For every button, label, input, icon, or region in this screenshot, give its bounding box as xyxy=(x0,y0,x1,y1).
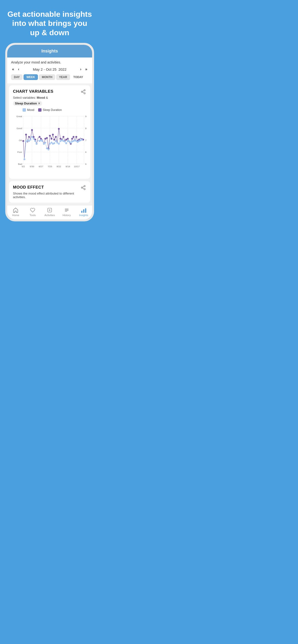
insights-body: Analyze your mood and activities. « ‹ Ma… xyxy=(7,58,92,205)
variable2-tag: Sleep Duration ✕ xyxy=(13,100,86,106)
svg-point-62 xyxy=(73,136,75,138)
svg-text:9/19: 9/19 xyxy=(66,165,70,168)
share-icon[interactable] xyxy=(81,89,86,95)
app-header-title: Insights xyxy=(11,49,88,54)
mood-effect-title: MOOD EFFECT xyxy=(13,185,44,190)
svg-text:Good: Good xyxy=(17,127,22,130)
svg-line-4 xyxy=(83,90,84,92)
variables-text: Select variables: Mood & xyxy=(13,96,86,100)
remove-variable2-button[interactable]: ✕ xyxy=(38,102,40,105)
home-label: Home xyxy=(12,214,19,216)
svg-text:9.00: 9.00 xyxy=(85,115,86,118)
sleep-legend-label: Sleep Duration xyxy=(43,108,62,112)
insights-icon xyxy=(80,207,87,213)
nav-tools[interactable]: Tools xyxy=(24,207,41,216)
mood-legend-dot xyxy=(23,108,26,112)
svg-point-109 xyxy=(81,187,83,188)
svg-point-77 xyxy=(36,143,38,145)
svg-text:5/2: 5/2 xyxy=(22,165,25,168)
svg-point-51 xyxy=(53,139,55,141)
period-tabs: DAY WEEK MONTH YEAR TODAY xyxy=(11,74,88,80)
mood-effect-share-icon[interactable] xyxy=(81,185,86,191)
insights-nav-label: Insights xyxy=(79,214,88,216)
svg-text:10/17: 10/17 xyxy=(74,165,80,168)
svg-point-83 xyxy=(46,147,48,149)
svg-point-0 xyxy=(84,90,85,91)
date-first-prev-button[interactable]: « xyxy=(11,66,15,72)
svg-text:5/30: 5/30 xyxy=(30,165,34,168)
period-year-button[interactable]: YEAR xyxy=(56,74,70,80)
home-icon xyxy=(12,207,19,213)
svg-point-50 xyxy=(52,134,54,136)
app-header: Insights xyxy=(7,45,92,58)
date-prev-button[interactable]: ‹ xyxy=(17,66,20,72)
svg-point-53 xyxy=(58,128,60,130)
svg-point-76 xyxy=(34,140,36,142)
svg-point-107 xyxy=(81,139,83,141)
variable2-label: Sleep Duration xyxy=(15,102,37,105)
bottom-nav: Home Tools Activities xyxy=(7,205,92,220)
svg-text:6/27: 6/27 xyxy=(39,165,43,168)
chart-header: CHART VARIABLES xyxy=(13,89,86,95)
svg-point-89 xyxy=(55,140,57,142)
svg-point-64 xyxy=(75,136,77,138)
svg-point-52 xyxy=(55,136,57,138)
svg-text:7.50: 7.50 xyxy=(85,139,86,142)
hero-title: Get actionable insights into what brings… xyxy=(0,0,99,43)
svg-point-74 xyxy=(31,136,33,138)
sleep-legend-dot xyxy=(38,108,42,112)
legend-sleep: Sleep Duration xyxy=(38,108,62,112)
svg-point-46 xyxy=(46,137,48,139)
svg-point-58 xyxy=(65,139,67,141)
mood-effect-header: MOOD EFFECT xyxy=(13,185,86,191)
svg-point-108 xyxy=(84,186,85,187)
svg-point-72 xyxy=(28,140,30,142)
svg-text:Great: Great xyxy=(16,115,22,118)
svg-point-2 xyxy=(84,93,85,94)
chart-variables-title: CHART VARIABLES xyxy=(13,89,54,94)
svg-point-38 xyxy=(31,129,33,131)
period-today-button[interactable]: TODAY xyxy=(71,74,86,80)
svg-point-82 xyxy=(44,142,46,144)
svg-point-42 xyxy=(39,136,41,138)
svg-line-112 xyxy=(83,186,84,187)
date-last-next-button[interactable]: » xyxy=(84,66,88,72)
nav-insights[interactable]: Insights xyxy=(75,207,92,216)
svg-point-96 xyxy=(65,142,67,144)
date-section: Analyze your mood and activities. « ‹ Ma… xyxy=(7,58,92,84)
svg-text:6.75: 6.75 xyxy=(85,151,86,153)
date-next-button[interactable]: › xyxy=(79,66,82,72)
svg-rect-122 xyxy=(85,208,86,213)
analyze-text: Analyze your mood and activities. xyxy=(11,60,88,64)
svg-point-45 xyxy=(44,138,46,140)
svg-point-90 xyxy=(56,142,58,144)
svg-line-111 xyxy=(83,188,84,189)
svg-text:8.25: 8.25 xyxy=(85,127,86,130)
svg-point-93 xyxy=(61,140,63,141)
svg-point-95 xyxy=(64,141,66,142)
period-day-button[interactable]: DAY xyxy=(11,74,23,80)
chart-legend: Mood Sleep Duration xyxy=(23,108,86,112)
phone-inner: Insights Analyze your mood and activitie… xyxy=(7,45,92,220)
svg-text:7/25: 7/25 xyxy=(48,165,52,168)
svg-point-1 xyxy=(81,91,83,92)
history-label: History xyxy=(63,214,71,216)
svg-point-70 xyxy=(25,141,27,142)
nav-home[interactable]: Home xyxy=(7,207,24,216)
svg-text:8/22: 8/22 xyxy=(57,165,61,168)
svg-point-69 xyxy=(24,158,26,160)
svg-point-43 xyxy=(40,138,42,140)
period-month-button[interactable]: MONTH xyxy=(39,74,55,80)
svg-point-97 xyxy=(67,140,69,142)
period-week-button[interactable]: WEEK xyxy=(24,74,38,80)
svg-point-56 xyxy=(63,136,65,138)
nav-history[interactable]: History xyxy=(58,207,75,216)
date-nav: « ‹ May 2 - Oct 25 2022 › » xyxy=(11,66,88,72)
svg-rect-120 xyxy=(81,211,82,213)
svg-point-39 xyxy=(33,136,35,138)
svg-text:OK: OK xyxy=(19,139,22,142)
phone-mockup: Insights Analyze your mood and activitie… xyxy=(5,43,94,222)
svg-point-91 xyxy=(58,143,60,145)
nav-activities[interactable]: Activities xyxy=(41,207,58,216)
svg-point-88 xyxy=(53,142,55,144)
